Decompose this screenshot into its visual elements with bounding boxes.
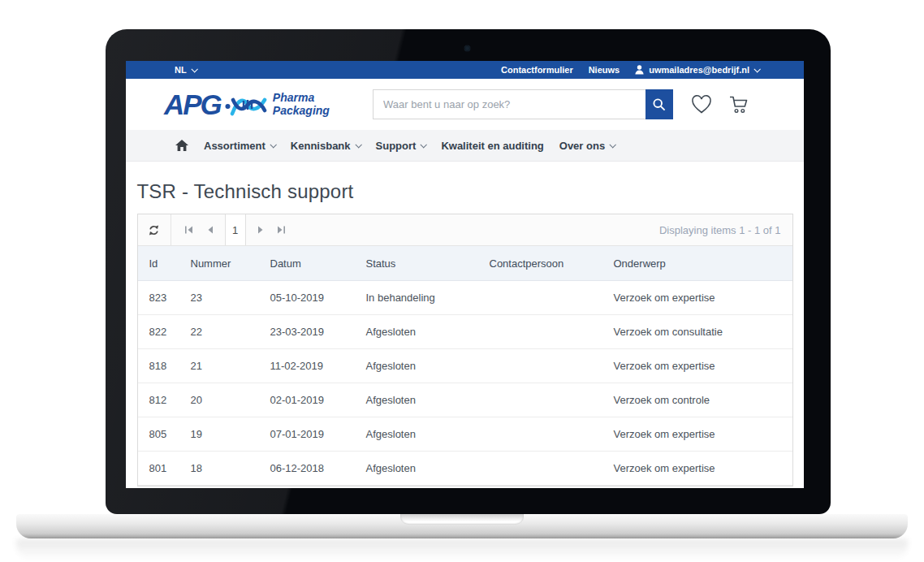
cell-id: 823 <box>138 281 179 315</box>
site-logo[interactable]: APG Pharma Packaging <box>164 90 330 119</box>
table-body: 8232305-10-2019In behandelingVerzoek om … <box>138 281 792 486</box>
page-next-icon <box>257 226 264 234</box>
nav-item-label: Over ons <box>559 140 605 152</box>
cart-button[interactable] <box>728 94 750 115</box>
cell-id: 801 <box>138 452 179 486</box>
nav-item-kwaliteit-en-auditing[interactable]: Kwaliteit en auditing <box>441 140 543 152</box>
table-row[interactable]: 8011806-12-2018AfgeslotenVerzoek om expe… <box>138 452 792 486</box>
page-prev-icon <box>207 226 214 234</box>
current-page-indicator[interactable]: 1 <box>225 214 246 245</box>
logo-tagline-line2: Packaging <box>273 105 330 117</box>
cell-status: Afgesloten <box>355 349 478 383</box>
cell-nummer: 21 <box>179 349 259 383</box>
table-row[interactable]: 8051907-01-2019AfgeslotenVerzoek om expe… <box>138 417 792 452</box>
wishlist-button[interactable] <box>690 94 713 115</box>
nav-item-label: Kwaliteit en auditing <box>441 140 543 152</box>
table-row[interactable]: 8232305-10-2019In behandelingVerzoek om … <box>138 281 792 315</box>
cell-datum: 02-01-2019 <box>259 383 355 417</box>
table-row[interactable]: 8182111-02-2019AfgeslotenVerzoek om expe… <box>138 349 792 383</box>
page-last-icon <box>277 226 286 234</box>
cell-datum: 23-03-2019 <box>259 315 355 349</box>
laptop-base-notch <box>400 514 524 525</box>
contact-form-link[interactable]: Contactformulier <box>501 65 573 75</box>
laptop-screen-bezel: NL Contactformulier Nieuws uwmailadres@b… <box>106 29 831 514</box>
cell-contactpersoon <box>478 417 602 452</box>
cell-onderwerp: Verzoek om expertise <box>602 452 792 486</box>
cell-onderwerp: Verzoek om expertise <box>602 281 792 315</box>
nav-item-label: Support <box>376 140 417 152</box>
utility-topbar: NL Contactformulier Nieuws uwmailadres@b… <box>126 61 804 79</box>
cell-contactpersoon <box>478 349 602 383</box>
chevron-down-icon <box>191 66 197 72</box>
cell-status: Afgesloten <box>355 452 478 486</box>
refresh-button[interactable] <box>138 214 171 245</box>
grid-pager: 1 <box>179 214 292 245</box>
nav-item-over-ons[interactable]: Over ons <box>559 140 615 152</box>
topbar-inner: NL Contactformulier Nieuws uwmailadres@b… <box>126 65 804 75</box>
nav-item-label: Assortiment <box>204 140 266 152</box>
laptop-base <box>16 514 908 538</box>
nav-menu: AssortimentKennisbankSupportKwaliteit en… <box>204 140 615 152</box>
header-actions <box>373 89 750 119</box>
page-first-button[interactable] <box>179 214 200 245</box>
page-last-button[interactable] <box>271 214 292 245</box>
cell-nummer: 20 <box>179 383 259 417</box>
search-icon <box>652 97 667 112</box>
laptop-reflection <box>16 539 908 560</box>
page-prev-button[interactable] <box>200 214 221 245</box>
account-menu[interactable]: uwmailadres@bedrijf.nl <box>635 65 759 75</box>
search-input[interactable] <box>373 89 646 119</box>
table-header-row: IdNummerDatumStatusContactpersoonOnderwe… <box>138 246 792 281</box>
search-box <box>373 89 673 119</box>
column-header-id[interactable]: Id <box>138 246 179 281</box>
topbar-links: Contactformulier Nieuws uwmailadres@bedr… <box>501 65 759 75</box>
language-label: NL <box>175 65 187 75</box>
logo-tagline-line1: Pharma <box>273 92 330 104</box>
main-navigation: AssortimentKennisbankSupportKwaliteit en… <box>126 130 804 162</box>
language-selector[interactable]: NL <box>175 65 196 75</box>
nav-home-button[interactable] <box>175 140 188 151</box>
cell-onderwerp: Verzoek om expertise <box>602 349 792 383</box>
cell-contactpersoon <box>478 315 602 349</box>
cell-nummer: 19 <box>179 417 259 452</box>
nav-item-assortiment[interactable]: Assortiment <box>204 140 275 152</box>
chevron-down-icon <box>753 66 760 72</box>
column-header-status[interactable]: Status <box>355 246 478 281</box>
cell-onderwerp: Verzoek om expertise <box>602 417 792 452</box>
browser-viewport: NL Contactformulier Nieuws uwmailadres@b… <box>126 61 804 488</box>
nav-item-support[interactable]: Support <box>376 140 426 152</box>
nav-item-kennisbank[interactable]: Kennisbank <box>291 140 361 152</box>
chevron-down-icon <box>270 141 276 148</box>
cell-onderwerp: Verzoek om controle <box>602 383 792 417</box>
chevron-down-icon <box>421 141 427 148</box>
search-button[interactable] <box>646 89 673 119</box>
dna-logo-icon <box>225 90 267 119</box>
cell-datum: 06-12-2018 <box>259 452 355 486</box>
table-row[interactable]: 8122002-01-2019AfgeslotenVerzoek om cont… <box>138 383 792 417</box>
cell-status: Afgesloten <box>355 383 478 417</box>
home-icon <box>175 140 188 151</box>
column-header-nummer[interactable]: Nummer <box>179 246 259 281</box>
cell-status: Afgesloten <box>355 417 478 452</box>
cell-datum: 05-10-2019 <box>259 281 355 315</box>
cell-nummer: 18 <box>179 452 259 486</box>
site-header: APG Pharma Packaging <box>126 79 804 130</box>
table-row[interactable]: 8222223-03-2019AfgeslotenVerzoek om cons… <box>138 315 792 349</box>
grid-toolbar: 1 Displaying items 1 - 1 of 1 <box>138 214 792 246</box>
cell-id: 822 <box>138 315 179 349</box>
cell-nummer: 22 <box>179 315 259 349</box>
tsr-grid: 1 Displaying items 1 - 1 of 1 <box>137 214 793 486</box>
logo-text: APG <box>164 90 221 119</box>
column-header-contactpersoon[interactable]: Contactpersoon <box>478 246 602 281</box>
column-header-onderwerp[interactable]: Onderwerp <box>602 246 792 281</box>
webcam-icon <box>464 45 470 51</box>
page-next-button[interactable] <box>250 214 271 245</box>
cell-id: 812 <box>138 383 179 417</box>
cell-id: 818 <box>138 349 179 383</box>
column-header-datum[interactable]: Datum <box>259 246 355 281</box>
cell-datum: 07-01-2019 <box>259 417 355 452</box>
chevron-down-icon <box>355 141 361 148</box>
news-link[interactable]: Nieuws <box>589 65 620 75</box>
cell-onderwerp: Verzoek om consultatie <box>602 315 792 349</box>
cell-datum: 11-02-2019 <box>259 349 355 383</box>
